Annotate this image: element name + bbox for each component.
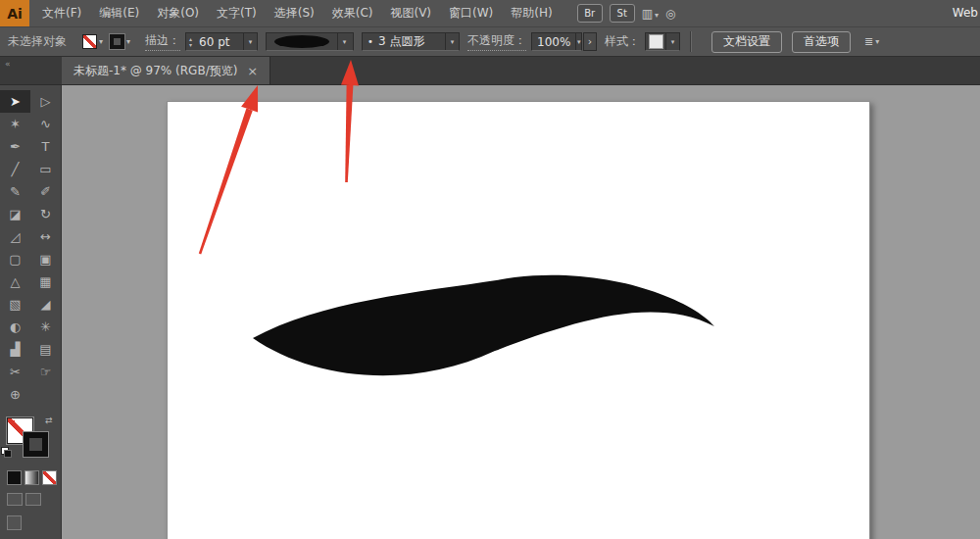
tool-icon: T [42, 139, 50, 154]
fill-color-dropdown[interactable]: ▾ [82, 34, 103, 49]
style-swatch-icon [649, 34, 663, 49]
document-setup-button[interactable]: 文档设置 [711, 31, 782, 53]
chevron-down-icon: ▾ [655, 11, 659, 20]
opacity-panel-link[interactable]: 不透明度： [467, 32, 526, 51]
lasso-tool[interactable]: ∿ [30, 113, 61, 135]
close-icon[interactable]: × [247, 64, 258, 78]
slice-tool[interactable]: ✂ [0, 361, 30, 383]
direct-selection-tool[interactable]: ▷ [30, 90, 61, 113]
style-label: 样式： [605, 33, 640, 50]
tool-icon: ✒ [10, 139, 21, 154]
tool-icon: ▤ [39, 342, 51, 357]
tool-icon: ▦ [39, 274, 51, 289]
chevron-down-icon[interactable]: ▾ [575, 33, 581, 50]
document-tab-bar: « 未标题-1* @ 97% (RGB/预览) × [0, 57, 980, 85]
none-slash-icon [43, 471, 56, 484]
none-button[interactable] [42, 470, 57, 485]
rotate-tool[interactable]: ↻ [30, 203, 61, 225]
stroke-panel-link[interactable]: 描边： [145, 32, 180, 51]
mesh-tool[interactable]: ▦ [30, 270, 61, 293]
swap-fill-stroke-icon[interactable]: ⇄ [45, 416, 53, 425]
menu-item[interactable]: 文字(T) [208, 0, 266, 26]
style-dropdown[interactable]: ▾ [645, 32, 680, 51]
chevron-down-icon: ▾ [99, 37, 103, 46]
default-stroke-icon [4, 450, 12, 458]
menu-item[interactable]: 窗口(W) [440, 0, 502, 26]
workspace-name[interactable]: Web [953, 0, 978, 26]
bridge-icon[interactable]: Br [577, 4, 603, 23]
stroke-weight-stepper[interactable]: ▴ ▾ [186, 36, 195, 48]
menu-item[interactable]: 文件(F) [33, 0, 90, 26]
menu-item[interactable]: 效果(C) [323, 0, 382, 26]
control-panel-menu[interactable]: ≣ ▾ [864, 35, 879, 48]
shape-builder-tool[interactable]: ▣ [30, 248, 61, 270]
opacity-more-button[interactable]: › [583, 32, 597, 51]
preferences-button[interactable]: 首选项 [792, 31, 851, 53]
screen-mode-button[interactable] [7, 515, 22, 530]
tool-icon: ╱ [12, 162, 20, 176]
line-segment-tool[interactable]: ╱ [0, 158, 30, 180]
toolbar-dock-header[interactable]: « [0, 57, 62, 84]
artboard-tool[interactable]: ▤ [30, 338, 61, 361]
default-fill-stroke-icon[interactable] [1, 447, 11, 457]
tool-icon: ▧ [9, 297, 21, 312]
menu-item[interactable]: 选择(S) [266, 0, 323, 26]
rectangle-tool[interactable]: ▭ [30, 158, 61, 180]
gradient-button[interactable] [24, 470, 39, 485]
menu-bar: Ai 文件(F) 编辑(E) 对象(O) 文字(T) 选择(S) 效果(C) 视… [0, 0, 980, 27]
symbol-sprayer-tool[interactable]: ✳ [30, 316, 61, 338]
tool-icon: ▢ [9, 252, 21, 267]
chevron-down-icon[interactable]: ▾ [337, 33, 351, 50]
width-tool[interactable]: ↔ [30, 225, 61, 248]
document-tab-title: 未标题-1* @ 97% (RGB/预览) [74, 63, 237, 79]
paint-mode-buttons [0, 465, 61, 485]
stock-icon[interactable]: St [610, 4, 635, 23]
chevron-down-icon[interactable]: ▾ [665, 33, 679, 50]
workspace-switcher[interactable]: ▥▾ [642, 7, 659, 21]
tool-icon: ◿ [11, 229, 21, 244]
tool-icon: ☞ [40, 365, 52, 379]
tool-icon: ✎ [10, 184, 21, 199]
stroke-swatch[interactable] [24, 432, 48, 457]
selection-tool[interactable]: ➤ [0, 90, 30, 113]
document-tab[interactable]: 未标题-1* @ 97% (RGB/预览) × [62, 57, 270, 84]
opacity-field[interactable]: 100% ▾ [531, 32, 582, 51]
hand-tool[interactable]: ☞ [30, 361, 61, 383]
stroke-weight-dropdown[interactable]: ▾ [243, 33, 257, 50]
chevron-down-icon[interactable]: ▾ [445, 33, 459, 50]
tool-icon: ✶ [10, 117, 21, 131]
gradient-tool[interactable]: ▧ [0, 293, 30, 316]
chevron-down-icon: ▾ [249, 38, 253, 46]
tool-icon: ∿ [40, 117, 51, 131]
pencil-tool[interactable]: ✐ [30, 180, 61, 203]
brush-definition-dropdown[interactable]: • 3 点圆形 ▾ [362, 32, 460, 51]
stroke-weight-field[interactable]: ▴ ▾ 60 pt ▾ [185, 32, 258, 51]
eyedropper-tool[interactable]: ◢ [30, 293, 61, 316]
free-transform-tool[interactable]: ▢ [0, 248, 30, 270]
width-profile-preview [274, 35, 329, 48]
cs-live-icon[interactable]: ◎ [665, 7, 675, 21]
app-logo: Ai [0, 0, 29, 26]
type-tool[interactable]: T [30, 135, 61, 158]
pen-tool[interactable]: ✒ [0, 135, 30, 158]
eraser-tool[interactable]: ◪ [0, 203, 30, 225]
zoom-tool[interactable]: ⊕ [0, 383, 30, 406]
menu-item[interactable]: 对象(O) [148, 0, 208, 26]
paintbrush-tool[interactable]: ✎ [0, 180, 30, 203]
menu-items: 文件(F) 编辑(E) 对象(O) 文字(T) 选择(S) 效果(C) 视图(V… [33, 0, 562, 26]
color-button[interactable] [7, 470, 22, 485]
menu-item[interactable]: 编辑(E) [90, 0, 148, 26]
stroke-color-dropdown[interactable]: ▾ [110, 34, 130, 49]
width-profile-dropdown[interactable]: ▾ [266, 32, 354, 51]
menu-item[interactable]: 帮助(H) [502, 0, 561, 26]
tool-icon: ✐ [40, 184, 51, 199]
column-graph-tool[interactable]: ▟ [0, 338, 30, 361]
draw-behind-button[interactable] [25, 493, 41, 506]
scale-tool[interactable]: ◿ [0, 225, 30, 248]
menu-item[interactable]: 视图(V) [381, 0, 440, 26]
brush-preview-icon: • [363, 36, 378, 47]
draw-normal-button[interactable] [7, 493, 23, 506]
blend-tool[interactable]: ◐ [0, 316, 30, 338]
perspective-grid-tool[interactable]: △ [0, 270, 30, 293]
magic-wand-tool[interactable]: ✶ [0, 113, 30, 135]
